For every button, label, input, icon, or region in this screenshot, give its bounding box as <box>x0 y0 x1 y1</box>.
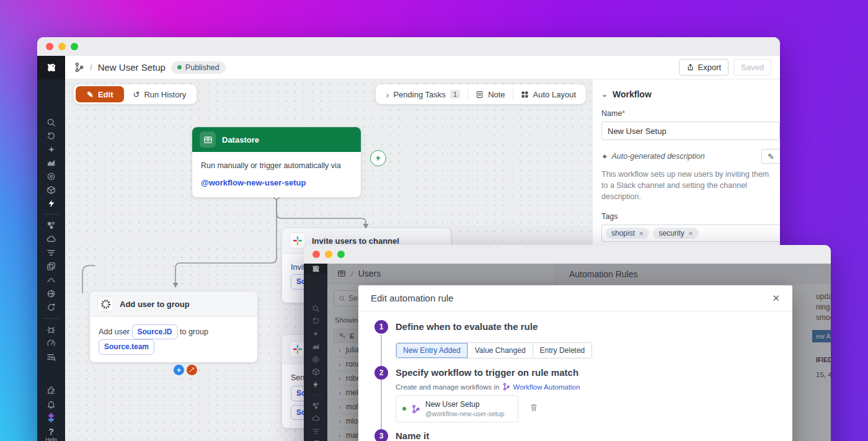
sidebar-item-pipelines[interactable] <box>45 275 58 285</box>
sidebar-item-audit[interactable] <box>45 352 58 362</box>
sunburst-service-icon <box>97 296 113 312</box>
bell-icon <box>46 399 56 409</box>
close-icon[interactable]: ✕ <box>772 293 780 304</box>
chart-icon <box>46 158 56 167</box>
panel-header[interactable]: ⌄ Workflow <box>601 89 780 99</box>
sync-gauge-icon <box>46 303 56 312</box>
pending-tasks-button[interactable]: › Pending Tasks 1 <box>378 84 467 104</box>
edit-description-button[interactable]: ✎ <box>761 149 780 164</box>
delete-workflow-button[interactable] <box>529 403 538 414</box>
tags-input[interactable]: shopist ✕ security ✕ <box>601 225 780 242</box>
close-window-button[interactable] <box>312 251 320 258</box>
trigger-lightning-button[interactable] <box>370 150 386 166</box>
sidebar-item-workflows[interactable] <box>45 199 58 208</box>
modal-title: Edit automation rule <box>371 293 453 303</box>
export-button[interactable]: Export <box>679 59 729 76</box>
add-user-text-pre: Add user <box>99 327 130 336</box>
close-window-button[interactable] <box>46 43 53 50</box>
list-search-icon <box>46 352 56 362</box>
auto-layout-button[interactable]: Auto Layout <box>513 84 583 104</box>
sidebar-item-security[interactable] <box>45 289 58 298</box>
source-team-chip[interactable]: Source.team <box>99 339 154 354</box>
window-titlebar <box>37 37 780 56</box>
rules-window: / Users Automation Rules Showing 1 E <box>304 245 831 441</box>
history-icon <box>46 131 56 141</box>
cloud-icon <box>46 234 56 244</box>
cube-icon <box>46 185 56 195</box>
source-id-chip[interactable]: Source.ID <box>132 324 178 339</box>
add-step-button[interactable]: + <box>174 365 184 375</box>
lightning-icon <box>47 199 56 208</box>
segment-new-entry-added[interactable]: New Entry Added <box>396 343 468 358</box>
segment-entry-deleted[interactable]: Entry Deleted <box>533 343 592 358</box>
question-icon: ? <box>45 427 57 437</box>
dog-logo-icon <box>45 61 58 74</box>
note-icon <box>476 91 484 99</box>
remove-tag-icon[interactable]: ✕ <box>688 230 693 237</box>
edit-mode-toggle: ✎ Edit ↺ Run History <box>74 84 197 104</box>
datastore-icon <box>200 131 216 148</box>
remove-tag-icon[interactable]: ✕ <box>639 230 644 237</box>
zoom-window-button[interactable] <box>71 43 78 50</box>
chevron-down-icon: ⌄ <box>601 90 608 99</box>
branch-button[interactable] <box>187 365 197 375</box>
workflow-card-name: New User Setup <box>425 400 504 410</box>
sparkles-icon <box>47 145 56 154</box>
workflow-icon <box>74 62 84 73</box>
plus-icon: + <box>177 366 181 375</box>
manage-workflows-text: Create and manage workflows in Workflow … <box>396 383 580 391</box>
breadcrumb-title[interactable]: New User Setup <box>98 62 166 73</box>
run-history-button[interactable]: ↺ Run History <box>124 90 195 99</box>
workflow-handle-link[interactable]: @workflow-new-user-setup <box>201 176 352 190</box>
status-badge: Published <box>171 61 226 74</box>
sidebar-item-service-map[interactable] <box>45 221 58 230</box>
chevron-right-icon: › <box>386 89 389 100</box>
bug-icon <box>46 325 56 334</box>
edit-mode-button[interactable]: ✎ Edit <box>76 86 124 102</box>
help-item[interactable]: ? Help <box>45 427 57 441</box>
selected-workflow-card[interactable]: New User Setup @workflow-new-user-setup <box>396 395 518 422</box>
sidebar-item-error-tracking[interactable] <box>45 325 58 334</box>
sidebar-item-synthetics[interactable] <box>45 303 58 312</box>
add-user-text-mid: to group <box>180 327 208 336</box>
published-dot-icon <box>177 65 182 69</box>
workflow-automation-link[interactable]: Workflow Automation <box>502 383 580 391</box>
node-add-user-to-group[interactable]: Add user to group Add user Source.ID to … <box>90 292 257 362</box>
step-1-circle: 1 <box>374 320 388 334</box>
sidebar-item-bits-ai[interactable] <box>45 145 58 154</box>
canvas-tools: › Pending Tasks 1 Note Auto Layout <box>376 84 586 104</box>
sidebar-item-integrations[interactable] <box>45 185 58 195</box>
sidebar-item-integrations-store[interactable] <box>45 386 58 395</box>
segment-value-changed[interactable]: Value Changed <box>468 343 533 358</box>
step-3-circle: 3 <box>374 429 388 441</box>
note-button[interactable]: Note <box>468 84 512 104</box>
required-asterisk: * <box>622 109 625 118</box>
sidebar-item-workflow-active[interactable] <box>45 413 58 422</box>
sidebar-item-notifications[interactable] <box>45 399 58 409</box>
workflow-icon <box>502 383 510 391</box>
workflow-automation-icon <box>46 412 56 423</box>
node-datastore-trigger[interactable]: Datastore Run manually or trigger automa… <box>192 127 361 197</box>
sidebar-item-dashboards[interactable] <box>45 262 58 271</box>
sidebar-item-search[interactable] <box>45 118 58 127</box>
target-icon <box>46 172 56 181</box>
saved-button: Saved <box>733 59 771 76</box>
export-icon <box>686 63 694 71</box>
sidebar-item-performance[interactable] <box>45 339 58 348</box>
trash-icon <box>529 403 538 412</box>
sidebar-item-history[interactable] <box>45 131 58 141</box>
pencil-icon: ✎ <box>768 152 774 161</box>
sidebar-item-logs[interactable] <box>45 248 58 257</box>
minimize-window-button[interactable] <box>58 43 66 50</box>
edit-automation-rule-modal: Edit automation rule ✕ 1 Define when to … <box>358 285 792 441</box>
sidebar-item-monitors[interactable] <box>45 172 58 181</box>
minimize-window-button[interactable] <box>325 251 332 258</box>
sidebar-item-cloud-cost[interactable] <box>45 234 58 244</box>
pencil-icon: ✎ <box>87 90 94 99</box>
datadog-logo <box>37 56 65 79</box>
search-icon <box>46 118 56 127</box>
zoom-window-button[interactable] <box>337 251 345 258</box>
sidebar-item-metrics[interactable] <box>45 158 58 167</box>
sidebar-divider <box>43 318 60 319</box>
workflow-name-input[interactable] <box>601 122 780 140</box>
